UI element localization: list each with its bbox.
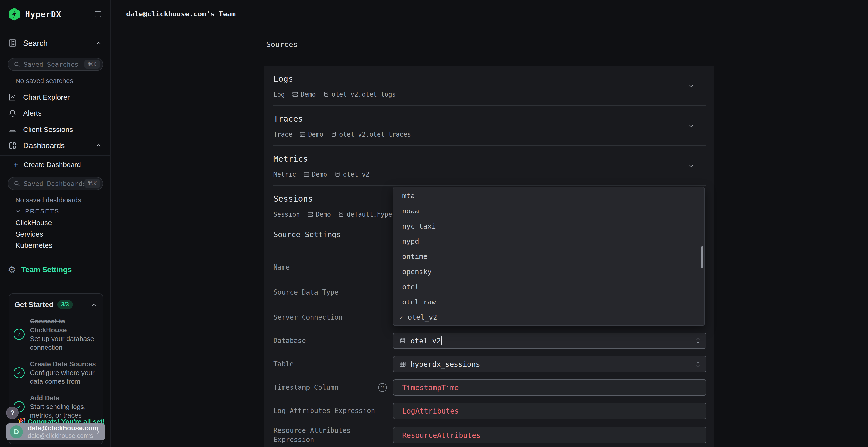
preset-services[interactable]: Services: [16, 230, 43, 238]
source-connection: Demo: [307, 210, 331, 219]
get-started-title: Get Started: [14, 301, 54, 309]
database-value: otel_v2: [410, 337, 441, 345]
chevron-down-icon[interactable]: [687, 162, 695, 170]
timestamp-column-input[interactable]: TimestampTime: [393, 379, 707, 396]
table-icon: [399, 361, 406, 368]
shortcut-badge: ⌘K: [84, 60, 100, 69]
no-saved-searches-text: No saved searches: [16, 77, 73, 85]
laptop-icon: [8, 125, 17, 134]
create-dashboard-button[interactable]: + Create Dashboard: [0, 157, 111, 172]
dashboards-section-label: Dashboards: [23, 141, 65, 150]
database-icon: [334, 171, 341, 177]
get-started-header[interactable]: Get Started 3/3: [9, 294, 103, 309]
preset-kubernetes[interactable]: Kubernetes: [16, 241, 52, 249]
database-select[interactable]: otel_v2: [393, 333, 707, 349]
dropdown-option-selected[interactable]: ✓ otel_v2: [394, 309, 704, 325]
sidebar-section-search[interactable]: Search: [0, 36, 111, 50]
select-updown-icon: [695, 361, 701, 368]
shortcut-badge: ⌘K: [84, 179, 100, 188]
chevron-right-icon: [94, 428, 101, 436]
dropdown-option[interactable]: otel_raw: [394, 294, 704, 309]
chevron-down-icon[interactable]: [687, 82, 695, 90]
source-kind: Metric: [273, 170, 296, 179]
divider: [0, 50, 111, 51]
presets-toggle[interactable]: PRESETS: [15, 208, 59, 215]
collapse-sidebar-icon[interactable]: [94, 10, 102, 18]
dashboards-icon: [8, 141, 17, 150]
chevron-up-icon: [91, 301, 97, 308]
check-circle-icon: ✓: [13, 367, 25, 378]
check-icon: ✓: [400, 314, 408, 321]
saved-dashboards-input[interactable]: [24, 180, 84, 187]
preset-clickhouse[interactable]: ClickHouse: [16, 219, 52, 227]
hyperdx-logo-icon: [8, 8, 20, 21]
get-started-step-connect[interactable]: ✓ Connect to ClickHouse Set up your data…: [13, 317, 99, 352]
server-icon: [307, 211, 313, 217]
app-title: HyperDX: [25, 9, 61, 19]
text-caret: [441, 337, 442, 345]
user-name: dale@clickhouse.com: [28, 424, 94, 432]
scrollbar-thumb[interactable]: [702, 246, 703, 268]
get-started-step-sources[interactable]: ✓ Create Data Sources Configure where yo…: [13, 359, 99, 386]
page-title: dale@clickhouse.com's Team: [126, 10, 236, 18]
search-section-icon: [8, 39, 17, 47]
database-icon: [331, 131, 337, 138]
log-attributes-input[interactable]: LogAttributes: [393, 403, 707, 419]
dropdown-option[interactable]: mta: [394, 188, 704, 203]
source-connection: Demo: [300, 130, 323, 139]
source-kind: Trace: [273, 130, 292, 139]
sidebar-item-chart-explorer[interactable]: Chart Explorer: [0, 90, 111, 105]
database-dropdown: mta noaa nyc_taxi nypd ontime opensky ot…: [393, 187, 705, 326]
divider: [264, 58, 719, 58]
saved-searches-pill[interactable]: ⌘K: [8, 58, 103, 71]
chevron-up-icon: [95, 39, 102, 47]
form-row-timestamp-column: Timestamp Column ? TimestampTime: [273, 379, 707, 396]
get-started-step-add-data[interactable]: ✓ Add Data Start sending logs, metrics, …: [13, 393, 99, 420]
database-icon: [399, 337, 406, 344]
form-row-table: Table hyperdx_sessions: [273, 356, 707, 372]
help-icon[interactable]: ?: [378, 383, 387, 392]
table-value: hyperdx_sessions: [410, 360, 480, 369]
plus-icon: +: [13, 161, 18, 169]
dropdown-option[interactable]: noaa: [394, 203, 704, 218]
select-updown-icon: [695, 338, 701, 344]
source-row-logs[interactable]: Logs Log Demo otel_v2.otel_logs: [273, 66, 707, 106]
resource-attributes-input[interactable]: ResourceAttributes: [393, 427, 707, 443]
source-connection: Demo: [303, 170, 327, 179]
divider: [0, 156, 111, 156]
form-row-database: Database otel_v2: [273, 333, 707, 349]
search-section-label: Search: [23, 39, 48, 48]
sidebar-item-team-settings[interactable]: ⚙ Team Settings: [0, 263, 111, 277]
sidebar-section-dashboards[interactable]: Dashboards: [0, 138, 111, 153]
dropdown-option[interactable]: otel: [394, 279, 704, 294]
saved-searches-input[interactable]: [24, 61, 84, 68]
bell-icon: [8, 109, 17, 117]
saved-dashboards-pill[interactable]: ⌘K: [8, 177, 103, 190]
search-icon: [13, 180, 20, 187]
sidebar-item-client-sessions[interactable]: Client Sessions: [0, 122, 111, 137]
dropdown-option[interactable]: ontime: [394, 249, 704, 264]
page-header: dale@clickhouse.com's Team: [111, 0, 868, 28]
source-row-traces[interactable]: Traces Trace Demo otel_v2.otel_traces: [273, 106, 707, 146]
main-area: dale@clickhouse.com's Team Sources Logs …: [111, 0, 868, 447]
help-button[interactable]: ?: [6, 407, 19, 419]
source-table: otel_v2.otel_traces: [331, 130, 411, 139]
dropdown-option[interactable]: opensky: [394, 264, 704, 279]
get-started-progress-badge: 3/3: [57, 300, 73, 309]
no-saved-dashboards-text: No saved dashboards: [16, 196, 81, 204]
source-table: otel_v2.otel_logs: [323, 90, 396, 99]
database-icon: [338, 211, 344, 217]
dropdown-option[interactable]: nypd: [394, 234, 704, 249]
user-menu[interactable]: D dale@clickhouse.com dale@clickhouse.co…: [6, 423, 105, 440]
sidebar-item-alerts[interactable]: Alerts: [0, 105, 111, 121]
form-row-log-attributes: Log Attributes Expression LogAttributes: [273, 403, 707, 419]
chevron-up-icon: [95, 142, 102, 149]
table-select[interactable]: hyperdx_sessions: [393, 356, 707, 372]
server-icon: [300, 131, 306, 138]
source-row-metrics[interactable]: Metrics Metric Demo otel_v2: [273, 146, 707, 186]
chevron-down-icon[interactable]: [687, 122, 695, 130]
search-icon: [13, 61, 20, 68]
dropdown-option[interactable]: nyc_taxi: [394, 218, 704, 234]
sources-heading: Sources: [266, 40, 298, 49]
chart-explorer-icon: [8, 93, 17, 102]
